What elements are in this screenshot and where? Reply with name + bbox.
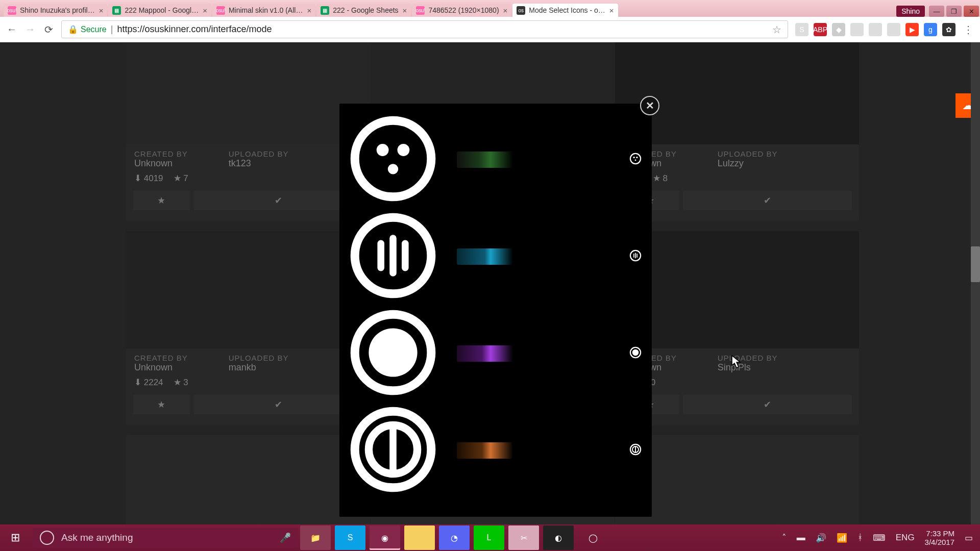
keyboard-icon[interactable]: ⌨: [873, 533, 886, 543]
extension-icon[interactable]: ▶: [905, 23, 919, 36]
mania-mode-large-icon: [350, 212, 436, 301]
taskbar-app-snip[interactable]: ✂: [508, 525, 539, 550]
volume-icon[interactable]: 🔊: [816, 533, 826, 543]
url-text: https://osuskinner.com/interface/mode: [117, 24, 272, 35]
osu-mode-large-icon: [350, 115, 436, 204]
taskbar-app-discord[interactable]: ◔: [439, 525, 470, 550]
close-icon[interactable]: ✕: [640, 96, 659, 115]
tab-close-icon[interactable]: ×: [403, 6, 407, 15]
tab-close-icon[interactable]: ×: [609, 6, 614, 15]
svg-rect-9: [377, 240, 384, 271]
taskbar-app-skype[interactable]: S: [335, 525, 365, 550]
tab-title: Shino Inuzuka's profil…: [20, 6, 95, 14]
chrome-profile-chip[interactable]: Shino: [896, 6, 925, 17]
svg-point-1: [377, 144, 389, 156]
browser-tab[interactable]: ▦222 - Google Sheets×: [316, 4, 411, 17]
browser-tab[interactable]: ▦222 Mappool - Googl…×: [108, 4, 211, 17]
mode-icons-modal: ✕: [339, 104, 652, 517]
ctb-mode-large-icon: [350, 406, 436, 495]
tab-close-icon[interactable]: ×: [503, 6, 508, 15]
extension-icon[interactable]: S: [795, 23, 808, 36]
svg-rect-10: [389, 235, 397, 277]
svg-rect-11: [402, 240, 409, 271]
reload-button[interactable]: ⟳: [43, 24, 54, 35]
svg-point-17: [369, 328, 417, 377]
tab-favicon: ▦: [112, 6, 121, 15]
browser-tab[interactable]: osu!Minimal skin v1.0 (All…×: [212, 4, 315, 17]
extension-icon[interactable]: g: [924, 23, 937, 36]
preview-swatch: [457, 442, 513, 459]
chrome-titlebar: osu!Shino Inuzuka's profil…×▦222 Mappool…: [0, 0, 980, 17]
svg-point-4: [630, 154, 641, 164]
svg-point-7: [635, 159, 636, 161]
preview-swatch: [457, 152, 513, 168]
battery-icon[interactable]: ▬: [797, 533, 805, 543]
system-tray: ˄ ▬ 🔊 📶 ᚼ ⌨ ENG 7:33 PM 3/4/2017 ▭: [775, 529, 980, 546]
tab-favicon: osu!: [8, 6, 16, 15]
ctb-mode-small-icon: [629, 443, 642, 458]
taskbar-app-notes[interactable]: [404, 525, 435, 550]
bookmark-star-icon[interactable]: ☆: [772, 23, 781, 36]
language-indicator[interactable]: ENG: [896, 533, 915, 543]
extension-icon[interactable]: ✿: [942, 23, 955, 36]
taskbar-app-steam[interactable]: ◐: [543, 525, 574, 550]
tab-close-icon[interactable]: ×: [203, 6, 207, 15]
preview-swatch: [457, 248, 513, 265]
mania-mode-small-icon: [629, 249, 642, 264]
chrome-menu-button[interactable]: ⋮: [963, 24, 974, 35]
cortana-search[interactable]: Ask me anything 🎤: [33, 528, 298, 548]
extension-icon[interactable]: [869, 23, 882, 36]
tab-favicon: ▦: [321, 6, 329, 15]
taskbar-app-line[interactable]: L: [474, 525, 504, 550]
taiko-mode-small-icon: [629, 346, 642, 361]
tab-title: 222 Mappool - Googl…: [125, 6, 199, 14]
taskbar-app-chrome[interactable]: ◉: [370, 525, 400, 550]
preview-swatch: [457, 345, 513, 362]
start-button[interactable]: ⊞: [0, 524, 31, 551]
scrollbar-thumb[interactable]: [971, 246, 980, 282]
cortana-icon: [40, 531, 54, 545]
taiko-mode-large-icon: [350, 309, 436, 398]
vertical-scrollbar[interactable]: [971, 42, 980, 531]
tab-close-icon[interactable]: ×: [307, 6, 311, 15]
svg-point-5: [633, 157, 634, 158]
action-center-icon[interactable]: ▭: [965, 533, 973, 543]
window-minimize-button[interactable]: —: [929, 6, 944, 17]
wifi-icon[interactable]: 📶: [837, 533, 847, 543]
browser-tab[interactable]: osu!7486522 (980×551)×: [412, 4, 511, 17]
svg-point-6: [636, 157, 638, 158]
extension-icon[interactable]: ◆: [832, 23, 845, 36]
extension-icon[interactable]: ABP: [814, 23, 827, 36]
browser-tab[interactable]: osu!Shino Inuzuka's profil…×: [4, 4, 107, 17]
back-button[interactable]: ←: [6, 24, 17, 35]
svg-point-19: [632, 349, 639, 356]
osu-mode-small-icon: [629, 153, 642, 167]
window-close-button[interactable]: ✕: [964, 6, 979, 17]
taskbar-app-explorer[interactable]: 📁: [300, 525, 331, 550]
tab-favicon: osu!: [416, 6, 425, 15]
extension-icon[interactable]: [887, 23, 900, 36]
chrome-toolbar: ← → ⟳ 🔒 Secure | https://osuskinner.com/…: [0, 17, 980, 42]
microphone-icon[interactable]: 🎤: [280, 532, 291, 543]
forward-button[interactable]: →: [24, 24, 36, 35]
svg-rect-22: [389, 429, 397, 470]
taskbar-app-misc[interactable]: ◯: [578, 525, 608, 550]
tab-favicon: os: [517, 6, 525, 15]
window-maximize-button[interactable]: ❐: [946, 6, 962, 17]
tab-title: Mode Select Icons - o…: [529, 6, 605, 14]
tray-chevron-up-icon[interactable]: ˄: [782, 533, 787, 543]
browser-tab[interactable]: osMode Select Icons - o…×: [512, 4, 618, 17]
tab-title: 222 - Google Sheets: [333, 6, 398, 14]
secure-indicator: 🔒 Secure: [68, 24, 107, 34]
svg-rect-13: [633, 254, 634, 258]
tab-title: 7486522 (980×551): [428, 6, 499, 14]
svg-rect-14: [635, 253, 636, 258]
bluetooth-icon[interactable]: ᚼ: [857, 533, 863, 543]
clock[interactable]: 7:33 PM 3/4/2017: [925, 529, 954, 546]
tab-close-icon[interactable]: ×: [99, 6, 104, 15]
svg-rect-25: [635, 447, 636, 453]
address-bar[interactable]: 🔒 Secure | https://osuskinner.com/interf…: [61, 20, 788, 38]
svg-point-2: [398, 144, 410, 156]
extension-icon[interactable]: [850, 23, 864, 36]
tab-title: Minimal skin v1.0 (All…: [229, 6, 303, 14]
